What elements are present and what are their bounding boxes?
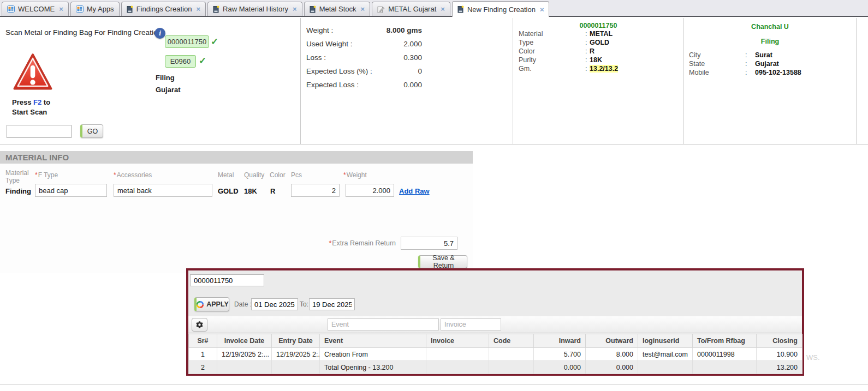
edit-icon [377, 5, 385, 13]
history-bag-input[interactable] [190, 274, 264, 286]
contact-panel: Chanchal U Filing City:SuratState:Gujara… [684, 18, 857, 144]
info-icon[interactable]: i [154, 28, 165, 39]
page-icon [310, 5, 316, 13]
table-cell [217, 361, 272, 374]
detail-label: Type [519, 39, 533, 46]
apply-button[interactable]: APPLY [194, 297, 229, 311]
metal-code-badge: E0960 [165, 55, 196, 68]
table-cell: 8.000 [586, 348, 638, 361]
tab-label: My Apps [87, 5, 114, 13]
material-detail-row: Type:GOLD [519, 39, 677, 47]
pcs-label: Pcs [291, 171, 302, 179]
tab-label: METAL Gujarat [388, 5, 436, 13]
page-icon [127, 5, 133, 13]
weight-row: Expected Loss (%) :0 [306, 64, 422, 78]
apply-icon [197, 301, 204, 308]
table-cell: 0.000 [586, 361, 638, 374]
detail-label: Purity [519, 56, 536, 64]
invoice-filter-input[interactable] [441, 318, 501, 330]
contact-label: Mobile [689, 69, 709, 76]
extra-remain-input[interactable] [401, 237, 457, 250]
weight-row-label: Weight : [306, 26, 333, 34]
column-header: Invoice [426, 334, 489, 348]
page-icon [457, 5, 464, 13]
tab-raw-material-history[interactable]: Raw Material History× [207, 2, 302, 16]
weight-input[interactable] [346, 184, 394, 197]
column-header: Sr# [189, 334, 217, 348]
contact-label: City [689, 51, 701, 59]
apps-icon [76, 5, 84, 13]
weight-row-label: Used Weight : [306, 40, 353, 48]
contact-label: State [689, 60, 705, 68]
bag-code-badge: 0000011750 [165, 35, 209, 48]
tab-my-apps[interactable]: My Apps [70, 2, 120, 16]
check-icon: ✓ [211, 36, 218, 47]
weight-row-label: Loss : [306, 53, 326, 62]
tab-close-icon[interactable]: × [441, 5, 445, 13]
scan-input[interactable] [7, 125, 72, 138]
weight-row-value: 0.000 [403, 81, 422, 89]
detail-value: 18K [590, 56, 602, 64]
material-info-title: MATERIAL INFO [0, 151, 473, 164]
contact-value: Gujarat [755, 60, 779, 68]
footer-divider [0, 384, 868, 385]
weight-row: Loss :0.300 [306, 51, 422, 64]
table-cell: 10.900 [757, 348, 802, 361]
tab-new-finding-creation[interactable]: New Finding Creation× [452, 1, 550, 17]
table-row[interactable]: 112/19/2025 2:...12/19/2025 2:...Creatio… [189, 348, 802, 361]
date-to-input[interactable] [309, 298, 355, 310]
top-panels: Scan Metal or Finding Bag For Finding Cr… [0, 18, 868, 145]
table-cell: 13.200 [757, 361, 802, 374]
material-info-panel: MATERIAL INFO Material Type *F Type *Acc… [0, 151, 473, 273]
add-raw-link[interactable]: Add Raw [399, 187, 430, 195]
process-label: Filing [156, 74, 175, 82]
table-cell: 5.700 [534, 348, 586, 361]
weight-row-value: 0 [418, 67, 422, 75]
apps-icon [7, 5, 15, 13]
accessories-input[interactable] [114, 184, 212, 197]
save-return-button[interactable]: Save & Return [418, 255, 467, 268]
tab-metal-stock[interactable]: Metal Stock× [304, 2, 371, 16]
tab-findings-creation[interactable]: Findings Creation× [121, 2, 206, 16]
tab-label: Metal Stock [319, 5, 356, 13]
tab-welcome[interactable]: WELCOME× [2, 2, 69, 16]
metal-value: GOLD [218, 187, 239, 195]
tab-close-icon[interactable]: × [540, 5, 544, 14]
check-icon: ✓ [199, 55, 206, 67]
extra-remain-label: *Extra Remain Return [329, 239, 396, 247]
weight-row-value: 0.300 [403, 53, 422, 62]
tab-label: WELCOME [18, 5, 55, 13]
weight-row-value: 8.000 gms [387, 26, 422, 34]
quality-value: 18K [244, 187, 257, 195]
go-button[interactable]: GO [80, 124, 103, 138]
pcs-input[interactable] [291, 184, 340, 197]
page-icon [213, 5, 219, 13]
tab-label: Findings Creation [136, 5, 192, 13]
start-scan-text: Start Scan [12, 108, 47, 116]
table-row[interactable]: 2Total Opening - 13.2000.0000.00013.200 [189, 361, 802, 374]
quality-label: Quality [244, 171, 264, 179]
tab-close-icon[interactable]: × [59, 5, 63, 13]
f-type-input[interactable] [35, 184, 107, 197]
contact-row: City:Surat [689, 51, 853, 60]
column-header: Outward [586, 334, 638, 348]
column-header: To/From Rfbag [693, 334, 757, 348]
settings-button[interactable] [192, 318, 207, 332]
tab-close-icon[interactable]: × [197, 5, 201, 13]
tab-bar: WELCOME×My AppsFindings Creation×Raw Mat… [0, 0, 868, 17]
column-header: loginuserid [638, 334, 693, 348]
weight-row-label: Expected Loss : [306, 81, 359, 89]
contact-value: 095-102-13588 [755, 69, 801, 76]
detail-value: GOLD [590, 39, 609, 46]
event-filter-input[interactable] [328, 318, 439, 330]
column-header: Closing [757, 334, 802, 348]
table-cell [272, 361, 320, 374]
detail-value: R [590, 47, 594, 55]
tab-close-icon[interactable]: × [293, 5, 297, 13]
tab-metal-gujarat[interactable]: METAL Gujarat× [372, 2, 450, 16]
table-cell [426, 348, 489, 361]
date-from-input[interactable] [251, 298, 298, 310]
tab-close-icon[interactable]: × [361, 5, 365, 13]
table-cell: Total Opening - 13.200 [320, 361, 426, 374]
weight-row-value: 2.000 [403, 40, 422, 48]
